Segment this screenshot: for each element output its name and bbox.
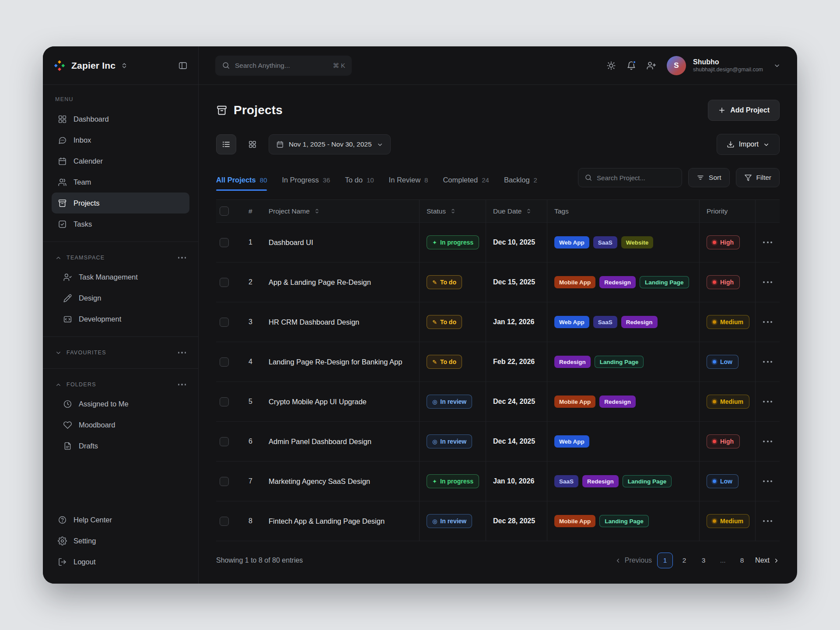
priority-dot-icon xyxy=(713,480,716,483)
project-name[interactable]: HR CRM Dashboard Design xyxy=(262,302,419,342)
tab-in-progress[interactable]: In Progress36 xyxy=(282,176,330,191)
row-checkbox[interactable] xyxy=(220,278,229,287)
row-menu-button[interactable] xyxy=(760,478,775,485)
page-button-8[interactable]: 8 xyxy=(734,553,750,568)
global-search[interactable]: ⌘ K xyxy=(215,56,352,76)
row-checkbox[interactable] xyxy=(220,437,229,446)
previous-page-button[interactable]: Previous xyxy=(615,556,652,564)
user-info[interactable]: Shubho shubhajit.design@gmail.com xyxy=(693,58,763,74)
list-view-button[interactable] xyxy=(216,134,236,154)
tab-completed[interactable]: Completed24 xyxy=(443,176,489,191)
global-search-input[interactable] xyxy=(235,62,328,70)
sidebar-item-help-center[interactable]: Help Center xyxy=(52,509,189,530)
status-badge: ✦In progress xyxy=(427,235,479,249)
status-icon: ◎ xyxy=(432,518,437,525)
grid-view-button[interactable] xyxy=(242,134,262,154)
select-all-checkbox[interactable] xyxy=(220,206,229,216)
row-checkbox[interactable] xyxy=(220,318,229,327)
project-name[interactable]: Marketing Agency SaaS Design xyxy=(262,462,419,501)
header-project-name[interactable]: Project Name xyxy=(262,200,419,222)
project-name[interactable]: Admin Panel Dashboard Design xyxy=(262,422,419,461)
sidebar-item-moodboard[interactable]: Moodboard xyxy=(57,414,189,435)
row-menu-button[interactable] xyxy=(760,279,775,286)
row-checkbox[interactable] xyxy=(220,357,229,367)
import-button[interactable]: Import xyxy=(717,134,780,155)
row-menu-button[interactable] xyxy=(760,398,775,405)
project-name[interactable]: App & Landing Page Re-Design xyxy=(262,262,419,302)
status-icon: ◎ xyxy=(432,399,437,405)
teamspace-section-header[interactable]: TEAMSPACE xyxy=(52,249,189,266)
header-due-date[interactable]: Due Date xyxy=(486,200,547,222)
folders-menu-icon[interactable] xyxy=(178,384,186,385)
sidebar: Zapier Inc MENU Dashboard Inbox Calender… xyxy=(43,46,199,584)
tab-backlog[interactable]: Backlog2 xyxy=(504,176,537,191)
date-range-picker[interactable]: Nov 1, 2025 - Nov 30, 2025 xyxy=(269,134,391,154)
chevron-down-icon[interactable] xyxy=(774,62,780,69)
row-menu-button[interactable] xyxy=(760,318,775,326)
page-button-1[interactable]: 1 xyxy=(657,553,673,568)
sidebar-item-team[interactable]: Team xyxy=(52,172,189,192)
page-button-2[interactable]: 2 xyxy=(676,553,692,568)
sidebar-item-tasks[interactable]: Tasks xyxy=(52,214,189,234)
add-project-button[interactable]: Add Project xyxy=(708,100,780,121)
row-menu-button[interactable] xyxy=(760,239,775,246)
tag-redesign: Redesign xyxy=(599,396,636,408)
row-checkbox[interactable] xyxy=(220,238,229,247)
due-date: Dec 24, 2025 xyxy=(486,382,547,421)
teamspace-menu-icon[interactable] xyxy=(178,257,186,259)
code-icon xyxy=(63,315,72,324)
project-search-input[interactable] xyxy=(597,174,676,182)
sidebar-item-drafts[interactable]: Drafts xyxy=(57,435,189,456)
sidebar-item-task-management[interactable]: Task Management xyxy=(57,266,189,287)
filter-button[interactable]: Filter xyxy=(736,168,780,187)
sidebar-item-assigned-to-me[interactable]: Assigned to Me xyxy=(57,393,189,414)
sidebar-item-logout[interactable]: Logout xyxy=(52,551,189,572)
row-checkbox[interactable] xyxy=(220,477,229,486)
sidebar-item-label: Tasks xyxy=(74,220,92,228)
sidebar-item-inbox[interactable]: Inbox xyxy=(52,130,189,150)
project-name[interactable]: Crypto Mobile App UI Upgrade xyxy=(262,382,419,421)
tag-saas: SaaS xyxy=(593,316,617,328)
row-checkbox[interactable] xyxy=(220,397,229,406)
row-menu-button[interactable] xyxy=(760,438,775,445)
page-button-3[interactable]: 3 xyxy=(696,553,711,568)
project-search[interactable] xyxy=(578,168,682,187)
favourites-menu-icon[interactable] xyxy=(178,352,186,354)
sidebar-item-projects[interactable]: Projects xyxy=(52,192,189,214)
avatar[interactable]: S xyxy=(667,56,686,75)
tabs: All Projects80In Progress36To do10In Rev… xyxy=(216,176,537,191)
sidebar-item-dashboard[interactable]: Dashboard xyxy=(52,108,189,130)
projects-page: Projects Add Project Nov 1, 2025 - Nov 3… xyxy=(199,85,797,584)
header-status[interactable]: Status xyxy=(419,200,486,222)
priority-badge: High xyxy=(707,235,740,249)
notifications-button[interactable] xyxy=(626,61,636,70)
tags-cell: Mobile AppRedesignLanding Page xyxy=(547,262,699,302)
project-name[interactable]: Landing Page Re-Design for Banking App xyxy=(262,342,419,382)
theme-toggle-icon[interactable] xyxy=(606,61,616,70)
shortcut-hint: ⌘ K xyxy=(333,62,345,69)
row-menu-button[interactable] xyxy=(760,358,775,365)
project-name[interactable]: Fintech App & Landing Page Design xyxy=(262,501,419,541)
folders-section-header[interactable]: FOLDERS xyxy=(52,376,189,393)
tab-all-projects[interactable]: All Projects80 xyxy=(216,176,267,191)
sidebar-item-setting[interactable]: Setting xyxy=(52,530,189,551)
tab-in-review[interactable]: In Review8 xyxy=(389,176,428,191)
sidebar-toggle-icon[interactable] xyxy=(178,61,188,70)
status-badge: ◎In review xyxy=(427,395,472,409)
sidebar-footer: Help Center Setting Logout xyxy=(43,509,198,584)
favourites-section-header[interactable]: FAVOURITES xyxy=(52,344,189,361)
sidebar-item-label: Help Center xyxy=(74,516,112,524)
sidebar-item-label: Projects xyxy=(74,199,100,207)
sidebar-item-calender[interactable]: Calender xyxy=(52,150,189,172)
row-number: 8 xyxy=(242,501,262,541)
sort-button[interactable]: Sort xyxy=(688,168,729,187)
tab-to-do[interactable]: To do10 xyxy=(345,176,374,191)
next-page-button[interactable]: Next xyxy=(755,556,780,564)
sidebar-item-design[interactable]: Design xyxy=(57,287,189,308)
sidebar-item-development[interactable]: Development xyxy=(57,308,189,329)
row-menu-button[interactable] xyxy=(760,518,775,525)
project-name[interactable]: Dashboard UI xyxy=(262,223,419,262)
org-switcher[interactable]: Zapier Inc xyxy=(43,46,198,85)
row-checkbox[interactable] xyxy=(220,517,229,526)
invite-user-icon[interactable] xyxy=(647,61,656,70)
